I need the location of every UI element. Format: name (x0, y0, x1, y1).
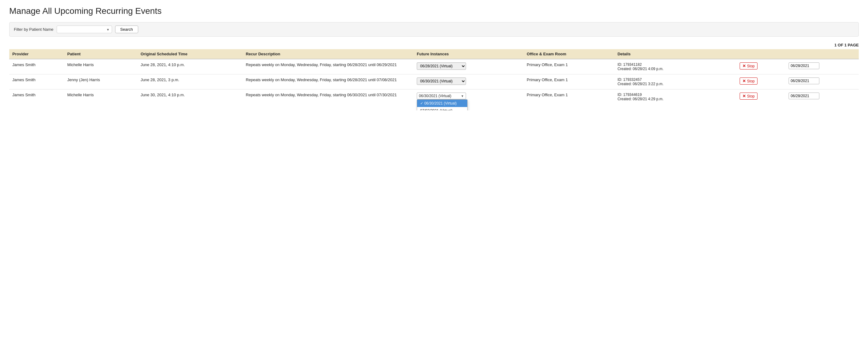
details-created: Created: 06/28/21 3:22 p.m. (617, 82, 734, 86)
header-future: Future Instances (414, 49, 524, 59)
stop-label: Stop (747, 64, 755, 68)
stop-cell: ✕ Stop (737, 59, 785, 74)
x-icon: ✕ (742, 94, 746, 98)
future-cell-open[interactable]: 06/30/2021 (Virtual) ▼ ✓ 06/30/2021 (Vir… (414, 90, 524, 105)
patient-name-select[interactable] (57, 26, 112, 33)
list-item[interactable]: 07/02/2021 (Virtual) (417, 107, 467, 110)
future-cell[interactable]: 06/30/2021 (Virtual) 07/02/2021 (Virtual… (414, 74, 524, 90)
future-select-trigger[interactable]: 06/30/2021 (Virtual) ▼ (417, 93, 466, 99)
scheduled-cell: June 28, 2021, 3 p.m. (137, 74, 243, 90)
page-title: Manage All Upcoming Recurring Events (9, 6, 859, 16)
recur-cell: Repeats weekly on Monday, Wednesday, Fri… (243, 74, 414, 90)
pagination-info: 1 OF 1 PAGE (9, 43, 859, 47)
office-cell: Primary Office, Exam 1 (524, 90, 614, 105)
stop-label: Stop (747, 79, 755, 83)
provider-cell: James Smith (9, 90, 64, 105)
header-details: Details (614, 49, 737, 59)
dropdown-arrow-icon: ▼ (461, 95, 464, 98)
details-id: ID: 179344619 (617, 93, 734, 97)
office-cell: Primary Office, Exam 1 (524, 74, 614, 90)
header-office: Office & Exam Room (524, 49, 614, 59)
header-scheduled: Original Scheduled Time (137, 49, 243, 59)
stop-label: Stop (747, 94, 755, 98)
header-provider: Provider (9, 49, 64, 59)
provider-cell: James Smith (9, 59, 64, 74)
filter-label: Filter by Patient Name (14, 27, 54, 32)
details-id: ID: 179332457 (617, 77, 734, 82)
date-cell[interactable] (785, 90, 859, 105)
stop-button[interactable]: ✕ Stop (740, 93, 757, 100)
provider-cell: James Smith (9, 74, 64, 90)
future-instances-select[interactable]: 06/30/2021 (Virtual) 07/02/2021 (Virtual… (417, 77, 466, 85)
future-cell[interactable]: 06/28/2021 (Virtual) (414, 59, 524, 74)
table-header-row: Provider Patient Original Scheduled Time… (9, 49, 859, 59)
header-date (785, 49, 859, 59)
header-stop (737, 49, 785, 59)
date-cell[interactable] (785, 74, 859, 90)
details-cell: ID: 179341182 Created: 06/28/21 4:09 p.m… (614, 59, 737, 74)
scheduled-cell: June 28, 2021, 4:10 p.m. (137, 59, 243, 74)
patient-name-select-wrapper (57, 26, 112, 33)
details-cell: ID: 179332457 Created: 06/28/21 3:22 p.m… (614, 74, 737, 90)
patient-cell: Michelle Harris (64, 90, 137, 105)
future-instances-select[interactable]: 06/28/2021 (Virtual) (417, 62, 466, 70)
stop-button[interactable]: ✕ Stop (740, 77, 757, 84)
x-icon: ✕ (742, 64, 746, 68)
filter-bar: Filter by Patient Name Search (9, 22, 859, 37)
search-button[interactable]: Search (115, 26, 138, 33)
stop-cell: ✕ Stop (737, 90, 785, 105)
recurring-events-table: Provider Patient Original Scheduled Time… (9, 49, 859, 104)
recur-cell: Repeats weekly on Monday, Wednesday, Fri… (243, 90, 414, 105)
future-dropdown-open[interactable]: 06/30/2021 (Virtual) ▼ ✓ 06/30/2021 (Vir… (417, 93, 466, 99)
stop-button[interactable]: ✕ Stop (740, 62, 757, 70)
scheduled-cell: June 30, 2021, 4:10 p.m. (137, 90, 243, 105)
table-row: James Smith Michelle Harris June 30, 202… (9, 90, 859, 105)
future-dropdown-list: ✓ 06/30/2021 (Virtual) 07/02/2021 (Virtu… (417, 99, 468, 110)
patient-cell: Jenny (Jen) Harris (64, 74, 137, 90)
recur-cell: Repeats weekly on Monday, Wednesday, Fri… (243, 59, 414, 74)
list-item[interactable]: ✓ 06/30/2021 (Virtual) (417, 100, 467, 107)
details-created: Created: 06/28/21 4:29 p.m. (617, 97, 734, 101)
stop-cell: ✕ Stop (737, 74, 785, 90)
table-row: James Smith Jenny (Jen) Harris June 28, … (9, 74, 859, 90)
stop-date-input[interactable] (788, 62, 819, 69)
header-patient: Patient (64, 49, 137, 59)
details-id: ID: 179341182 (617, 62, 734, 67)
details-created: Created: 06/28/21 4:09 p.m. (617, 67, 734, 71)
header-recur: Recur Description (243, 49, 414, 59)
date-cell[interactable] (785, 59, 859, 74)
stop-date-input[interactable] (788, 93, 819, 99)
future-selected-value: 06/30/2021 (Virtual) (419, 94, 451, 98)
x-icon: ✕ (742, 79, 746, 83)
patient-cell: Michelle Harris (64, 59, 137, 74)
stop-date-input[interactable] (788, 77, 819, 84)
details-cell: ID: 179344619 Created: 06/28/21 4:29 p.m… (614, 90, 737, 105)
office-cell: Primary Office, Exam 1 (524, 59, 614, 74)
table-row: James Smith Michelle Harris June 28, 202… (9, 59, 859, 74)
